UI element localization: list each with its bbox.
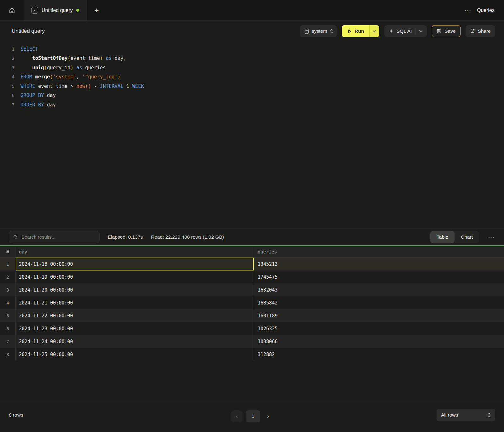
day-cell[interactable]: 2024-11-22 00:00:00 [16,309,254,322]
line-number: 2 [0,56,14,61]
row-number-cell: 5 [0,309,16,322]
queries-cell[interactable]: 1345213 [254,258,504,270]
play-icon [347,29,352,34]
line-code[interactable]: WHERE event_time > now() - INTERVAL 1 WE… [14,83,144,89]
database-selector[interactable]: system [300,25,337,37]
day-cell[interactable]: 2024-11-19 00:00:00 [16,270,254,283]
terminal-icon: >_ [32,7,38,14]
editor-lines: 1SELECT2 toStartOfDay(event_time) as day… [0,44,504,110]
queries-cell[interactable]: 1601189 [254,309,504,322]
page-title: Untitled query [12,28,45,34]
editor-line: 2 toStartOfDay(event_time) as day, [0,54,504,63]
row-number-cell: 7 [0,335,16,348]
results-menu-button[interactable]: ⋯ [487,234,495,240]
editor-line: 1SELECT [0,44,504,54]
row-count: 8 rows [9,412,23,418]
day-cell[interactable]: 2024-11-21 00:00:00 [16,296,254,309]
run-button-group: Run [342,25,379,37]
query-toolbar: Untitled query system Run [0,21,504,42]
rows-per-page-select[interactable]: All rows [437,409,495,421]
row-number-cell: 1 [0,258,16,270]
share-button-label: Share [478,28,491,34]
day-cell[interactable]: 2024-11-25 00:00:00 [16,348,254,361]
day-cell[interactable]: 2024-11-24 00:00:00 [16,335,254,348]
unsaved-indicator-dot [76,9,79,12]
previous-page-button[interactable]: ‹ [231,410,243,422]
results-toolbar: Elapsed: 0.137s Read: 22,229,488 rows (1… [0,228,504,245]
day-cell[interactable]: 2024-11-23 00:00:00 [16,322,254,335]
editor-line: 7ORDER BY day [0,100,504,110]
table-row: 42024-11-21 00:00:001685842 [0,296,504,309]
save-button[interactable]: Save [432,25,460,37]
day-cell[interactable]: 2024-11-18 00:00:00 [16,258,254,270]
run-options-dropdown[interactable] [369,25,379,37]
new-tab-button[interactable]: + [87,0,106,20]
tab-untitled-query[interactable]: >_ Untitled query [24,0,87,20]
chevron-down-icon [373,30,376,32]
queries-cell[interactable]: 312882 [254,348,504,361]
queries-cell[interactable]: 1745475 [254,270,504,283]
sql-ai-label: SQL AI [397,28,412,34]
home-button[interactable] [0,0,24,20]
column-header-index: # [0,246,16,257]
chevron-down-icon [419,30,422,32]
database-icon [304,29,309,34]
queries-cell[interactable]: 1038066 [254,335,504,348]
search-results-input[interactable] [21,234,95,240]
line-code[interactable]: GROUP BY day [14,93,56,98]
tab-overflow-button[interactable]: ⋯ [465,7,471,14]
sql-editor[interactable]: 1SELECT2 toStartOfDay(event_time) as day… [0,42,504,228]
line-number: 6 [0,93,14,98]
line-number: 7 [0,102,14,107]
row-number-cell: 2 [0,270,16,283]
line-number: 3 [0,65,14,70]
row-number-cell: 3 [0,283,16,296]
table-row: 72024-11-24 00:00:001038066 [0,335,504,348]
row-number-cell: 4 [0,296,16,309]
tab-bar: >_ Untitled query + ⋯ Queries [0,0,504,21]
line-number: 5 [0,84,14,89]
line-code[interactable]: SELECT [14,46,38,52]
queries-button[interactable]: Queries [477,8,495,13]
day-cell[interactable]: 2024-11-20 00:00:00 [16,283,254,296]
view-toggle: Table Chart [430,231,479,243]
save-icon [437,29,442,34]
table-body: 12024-11-18 00:00:00134521322024-11-19 0… [0,258,504,361]
view-toggle-chart[interactable]: Chart [455,231,479,243]
line-code[interactable]: FROM merge('system', '^query_log') [14,74,120,80]
table-row: 52024-11-22 00:00:001601189 [0,309,504,322]
run-button[interactable]: Run [342,25,369,37]
line-code[interactable]: toStartOfDay(event_time) as day, [14,55,126,61]
queries-cell[interactable]: 1026325 [254,322,504,335]
queries-cell[interactable]: 1632043 [254,283,504,296]
run-button-label: Run [355,28,364,34]
sql-console: >_ Untitled query + ⋯ Queries Untitled q… [0,0,504,432]
sort-chevrons-icon [330,29,333,34]
line-code[interactable]: uniq(query_id) as queries [14,65,106,71]
table-header: # day queries [0,246,504,258]
line-number: 1 [0,47,14,52]
column-header-queries[interactable]: queries [254,246,504,257]
search-results-box [9,231,100,243]
next-page-button[interactable]: › [263,410,273,422]
sparkle-icon [389,29,394,34]
current-page-button[interactable]: 1 [246,410,260,422]
save-button-label: Save [444,28,455,34]
view-toggle-table[interactable]: Table [430,231,455,243]
table-row: 62024-11-23 00:00:001026325 [0,322,504,335]
column-header-day[interactable]: day [16,246,254,257]
table-row: 12024-11-18 00:00:001345213 [0,258,504,270]
row-number-cell: 8 [0,348,16,361]
share-button[interactable]: Share [466,25,495,37]
row-number-cell: 6 [0,322,16,335]
pagination: ‹ 1 › [231,410,273,422]
sql-ai-dropdown[interactable] [415,28,422,35]
table-row: 32024-11-20 00:00:001632043 [0,283,504,296]
share-icon [470,29,475,34]
database-selector-value: system [312,28,327,34]
read-stats: Read: 22,229,488 rows (1.02 GB) [151,234,224,240]
sql-ai-button[interactable]: SQL AI [384,25,427,37]
line-code[interactable]: ORDER BY day [14,102,56,108]
editor-line: 6GROUP BY day [0,91,504,100]
queries-cell[interactable]: 1685842 [254,296,504,309]
